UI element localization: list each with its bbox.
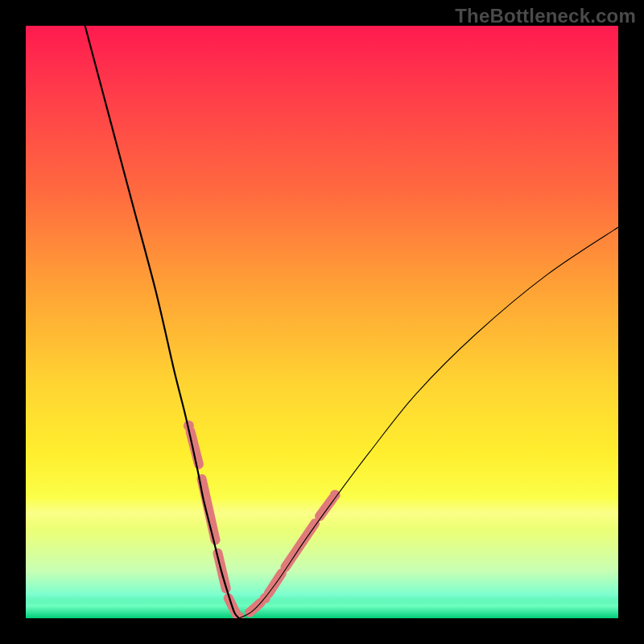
watermark-text: TheBottleneck.com [455,5,636,27]
marker-segment [285,523,315,567]
marker-group-left [191,431,237,614]
marker-segment [320,498,332,516]
curve-layer [26,26,618,618]
marker-segment [202,479,216,540]
marker-segment [250,603,260,613]
chart-frame: TheBottleneck.com [0,0,644,644]
plot-area [26,26,618,618]
